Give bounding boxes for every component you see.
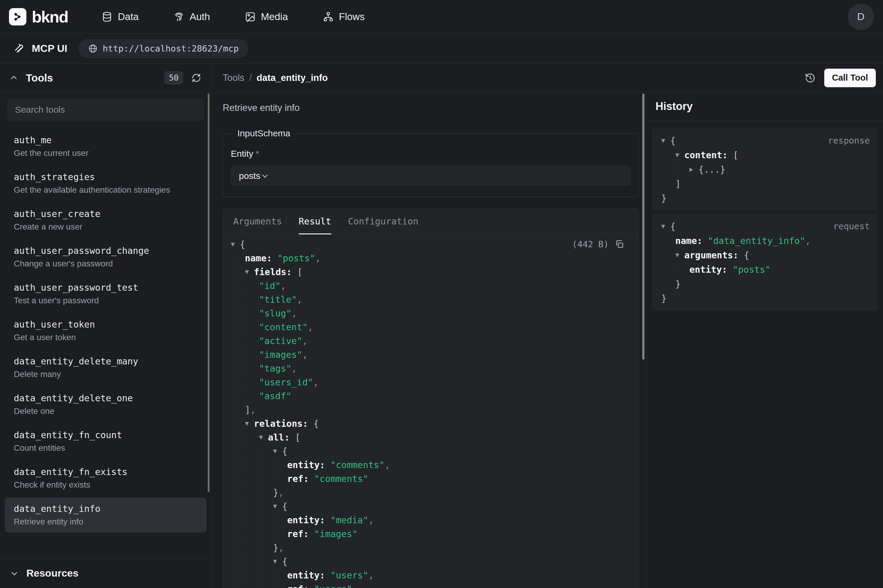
tool-list-item[interactable]: data_entity_infoRetrieve entity info [5,498,207,532]
sidebar-scrollbar-thumb[interactable] [208,93,210,492]
expand-triangle-icon[interactable]: ▶ [690,166,699,172]
tab-result[interactable]: Result [299,208,331,234]
result-byte-size: (442 B) [572,239,609,249]
json-string-value: "comments" [309,474,368,484]
collapse-triangle-icon[interactable]: ▼ [245,269,254,275]
json-string-value: "asdf" [259,391,291,401]
json-line: ], [231,403,624,417]
json-bracket: [ [728,150,739,160]
tool-list-item[interactable]: auth_user_tokenGet a user token [5,313,207,348]
indent-guide [245,362,259,375]
expand-resources-chevron-down-icon[interactable] [10,569,19,578]
json-string-value: "images" [309,529,358,539]
json-line: ▼{response [657,134,870,148]
indent-guide [231,292,245,306]
collapse-triangle-icon[interactable]: ▼ [675,252,684,258]
top-navigation-bar: bknd Data Auth Media [0,0,883,34]
collapse-triangle-icon[interactable]: ▼ [245,420,254,426]
globe-icon [88,44,98,53]
json-string-value: "id" [259,280,280,291]
indent-guide [273,472,287,486]
nav-item-data[interactable]: Data [102,11,139,22]
json-line: ▼{(442 B) [231,237,624,251]
nav-item-auth[interactable]: Auth [174,11,210,22]
json-comma: , [250,405,256,415]
collapse-triangle-icon[interactable]: ▼ [675,152,684,158]
refresh-tools-icon[interactable] [191,72,202,83]
indent-guide [661,234,675,248]
tab-configuration[interactable]: Configuration [348,208,418,234]
json-line: name: "data_entity_info", [657,234,870,248]
user-avatar[interactable]: D [848,4,874,30]
indent-guide [245,541,259,554]
collapse-triangle-icon[interactable]: ▼ [273,448,282,454]
collapse-triangle-icon[interactable]: ▼ [273,558,282,564]
collapse-triangle-icon[interactable]: ▼ [661,138,670,144]
mcp-toolbar: MCP UI http://localhost:28623/mcp [0,34,883,63]
indent-guide [245,554,259,568]
json-key: fields: [254,267,292,277]
bknd-logo-icon [9,8,26,26]
indent-guide [231,458,245,472]
history-title: History [655,100,693,112]
json-line: }, [231,541,624,554]
json-string-value: "comments" [325,460,385,470]
call-tool-button[interactable]: Call Tool [824,69,876,87]
json-line: ref: "comments" [231,472,624,486]
json-bracket: [ [289,432,300,442]
json-key: entity: [690,264,727,275]
collapse-triangle-icon[interactable]: ▼ [231,241,240,247]
main-scrollbar-thumb[interactable] [642,93,645,360]
history-icon[interactable] [805,72,816,84]
tool-list-item[interactable]: auth_strategiesGet the available authent… [5,166,207,201]
indent-guide [259,527,273,541]
tools-count-badge: 50 [164,71,183,84]
json-bracket: { [282,556,288,567]
bknd-logo[interactable]: bknd [9,8,68,26]
entity-select-value: posts [239,171,261,181]
collapse-triangle-icon[interactable]: ▼ [259,434,268,440]
json-bracket: } [661,193,667,204]
nav-item-flows[interactable]: Flows [323,11,365,22]
json-line: } [657,291,870,305]
required-mark: * [256,148,259,159]
workflow-icon [323,11,334,22]
resources-title: Resources [26,567,78,579]
json-string-value: "slug" [259,308,291,319]
collapse-triangle-icon[interactable]: ▼ [661,223,670,229]
nav-item-media[interactable]: Media [245,11,288,22]
result-card: Arguments Result Configuration ▼{(442 B)… [223,208,639,588]
collapse-tools-chevron-up-icon[interactable] [10,74,18,82]
indent-guide [231,251,245,265]
search-tools-input[interactable] [7,105,204,115]
entity-select[interactable]: posts [231,166,631,186]
copy-icon[interactable] [615,240,624,249]
json-string-value: "content" [259,322,308,332]
tool-list-item[interactable]: data_entity_fn_existsCheck if entity exi… [5,460,207,496]
json-line: entity: "comments", [231,458,624,472]
indent-guide [231,444,245,458]
breadcrumb-tools-link[interactable]: Tools [223,72,244,83]
indent-guide [259,458,273,472]
indent-guide [231,554,245,568]
json-bracket: { [670,221,676,232]
collapse-triangle-icon[interactable]: ▼ [273,503,282,509]
chevron-down-icon [261,171,270,180]
input-schema-fieldset: InputSchema Entity* posts [223,128,639,197]
tool-list-item[interactable]: data_entity_fn_countCount entities [5,424,207,459]
resources-section-header[interactable]: Resources [0,558,211,588]
entity-field-label: Entity* [231,148,631,159]
tab-arguments[interactable]: Arguments [233,208,282,234]
tool-list-item[interactable]: auth_user_password_testTest a user's pas… [5,276,207,311]
tool-description: Change a user's password [14,259,198,268]
tool-list-item[interactable]: auth_meGet the current user [5,129,207,164]
tool-description: Get the current user [14,148,198,158]
json-key: name: [245,253,272,263]
tool-list-item[interactable]: auth_user_createCreate a new user [5,202,207,238]
mcp-url-pill[interactable]: http://localhost:28623/mcp [78,39,248,58]
json-line: } [657,277,870,291]
indent-guide [273,568,287,582]
tool-list-item[interactable]: data_entity_delete_oneDelete one [5,387,207,422]
tool-list-item[interactable]: data_entity_delete_manyDelete many [5,350,207,385]
tool-list-item[interactable]: auth_user_password_changeChange a user's… [5,240,207,274]
